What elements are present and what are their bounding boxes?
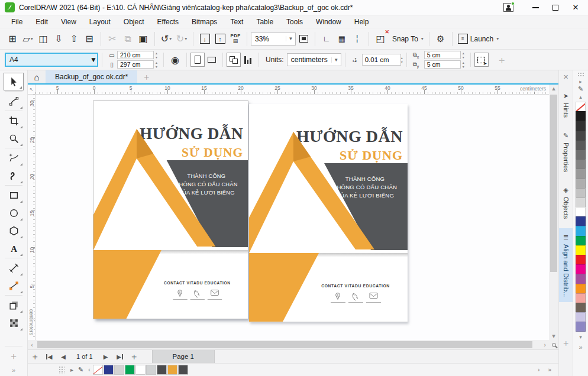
color-swatch[interactable]: [576, 131, 586, 140]
save-button[interactable]: ◫: [35, 31, 51, 47]
zoom-tool[interactable]: [4, 129, 24, 147]
launch-dropdown[interactable]: ≡ Launch▾: [456, 31, 500, 47]
guidelines-toggle-button[interactable]: ╎: [350, 31, 365, 47]
color-swatch[interactable]: [576, 111, 586, 121]
color-palette-flyout-arrow[interactable]: ▸: [579, 77, 582, 85]
first-page-button[interactable]: ◀: [42, 350, 56, 363]
pick-tool[interactable]: [4, 73, 24, 90]
download-button[interactable]: ⇩: [51, 31, 66, 47]
snap-off-button[interactable]: ◰✕: [373, 31, 388, 47]
color-swatch[interactable]: [576, 274, 586, 283]
color-swatch[interactable]: [576, 284, 586, 293]
doc-color-swatch[interactable]: [104, 365, 114, 375]
palette-scroll-right[interactable]: ›: [535, 367, 542, 373]
duplicate-y-spinner[interactable]: ▴▾: [463, 61, 464, 69]
color-swatch[interactable]: [576, 322, 586, 331]
quote-line2[interactable]: KHÔNG CÓ DẤU CHÂN: [175, 181, 238, 187]
menu-file[interactable]: File: [5, 17, 29, 27]
doc-color-swatch[interactable]: [135, 365, 146, 375]
fullscreen-preview-button[interactable]: [296, 31, 311, 47]
page-size-combo[interactable]: A4 ▼: [5, 53, 98, 67]
doc-no-color-swatch[interactable]: [93, 365, 103, 375]
customize-toolbox-plus[interactable]: ＋: [9, 351, 18, 363]
hscroll-track[interactable]: [36, 340, 541, 349]
undo-button[interactable]: ↺▾: [159, 31, 174, 47]
quote-line3[interactable]: CỦA KẺ LƯỜI BIẾNG: [178, 189, 235, 196]
duplicate-y-field[interactable]: 5 cm: [424, 60, 461, 69]
options-gear-button[interactable]: ⚙: [433, 31, 448, 47]
shape-tool[interactable]: [4, 92, 24, 110]
nudge-spinner[interactable]: ▴▾: [401, 56, 403, 64]
customize-propbar-plus[interactable]: ＋: [497, 53, 507, 67]
menu-text[interactable]: Text: [224, 17, 250, 27]
cut-button[interactable]: ✂: [105, 31, 120, 47]
polygon-tool[interactable]: [4, 222, 24, 239]
palette-flyout-arrow[interactable]: ▸: [68, 367, 76, 373]
color-palette-grip[interactable]: [577, 72, 584, 76]
doc-color-swatch[interactable]: [125, 365, 135, 375]
upload-button[interactable]: ⇧: [66, 31, 82, 47]
drawing-canvas[interactable]: HƯỚNG DẪN SỬ DỤNG THÀNH CÔNG KHÔNG CÓ DẤ…: [35, 95, 549, 340]
color-swatch[interactable]: [576, 207, 586, 216]
color-swatch[interactable]: [576, 168, 586, 178]
duplicate-x-field[interactable]: 5 cm: [424, 51, 461, 59]
quote-line2[interactable]: KHÔNG CÓ DẤU CHÂN: [333, 184, 397, 190]
nudge-distance-field[interactable]: 0.01 cm: [362, 54, 401, 66]
menu-layout[interactable]: Layout: [83, 17, 117, 27]
paste-button[interactable]: ▣: [135, 31, 151, 47]
page-height-spinner[interactable]: ▴▾: [156, 61, 157, 69]
doc-color-swatch[interactable]: [157, 365, 167, 375]
page-width-field[interactable]: 210 cm: [117, 51, 154, 59]
color-swatch[interactable]: [576, 293, 586, 303]
add-docker-button[interactable]: ＋: [561, 338, 570, 349]
palette-drag-grip[interactable]: [59, 366, 64, 374]
units-combo-arrow[interactable]: ▼: [331, 57, 341, 63]
page-tab[interactable]: Page 1: [152, 350, 215, 363]
menu-edit[interactable]: Edit: [29, 17, 54, 27]
docker-close-icon[interactable]: ✕: [559, 70, 573, 83]
crop-tool[interactable]: [4, 112, 24, 129]
portrait-orientation-button[interactable]: [190, 53, 205, 67]
page-width-spinner[interactable]: ▴▾: [156, 51, 157, 59]
menu-table[interactable]: Table: [250, 17, 280, 27]
ruler-origin-button[interactable]: ↖: [28, 85, 35, 95]
color-swatch[interactable]: [576, 179, 586, 188]
color-swatch[interactable]: [576, 236, 586, 245]
scroll-right-arrow[interactable]: ›: [541, 341, 549, 348]
page-size-arrow[interactable]: ▼: [90, 56, 97, 64]
all-pages-button[interactable]: [227, 53, 241, 67]
new-document-tab-button[interactable]: ＋: [137, 70, 155, 83]
vscroll-thumb[interactable]: [550, 95, 557, 272]
quote-line3[interactable]: CỦA KẺ LƯỜI BIẾNG: [336, 192, 394, 199]
close-button[interactable]: ✕: [567, 1, 584, 14]
toolbox-overflow-button[interactable]: »: [12, 367, 15, 374]
zoom-combo-arrow[interactable]: ▼: [286, 36, 295, 41]
color-swatch[interactable]: [576, 159, 586, 168]
add-page-button[interactable]: ＋: [28, 350, 42, 363]
document-tab-active[interactable]: Backup_of_goc ok.cdr*: [46, 70, 137, 83]
vertical-ruler[interactable]: 30252015105centimeters: [28, 95, 35, 340]
doc-color-swatch[interactable]: [167, 365, 177, 375]
docker-tab-properties[interactable]: ✎Properties: [559, 127, 573, 177]
menu-bitmaps[interactable]: Bitmaps: [185, 17, 224, 27]
minimize-button[interactable]: [526, 1, 544, 14]
navigator-zoom-button[interactable]: [549, 340, 558, 349]
quote-line1[interactable]: THÀNH CÔNG: [345, 176, 385, 182]
color-swatch[interactable]: [576, 121, 586, 130]
text-tool[interactable]: A: [4, 239, 24, 257]
doc-color-swatch[interactable]: [178, 365, 188, 375]
treat-as-filled-button[interactable]: [474, 53, 489, 67]
design-title-line2[interactable]: SỬ DỤNG: [340, 148, 403, 163]
horizontal-ruler[interactable]: 50510152025303540455055centimeters: [35, 85, 549, 95]
copy-button[interactable]: ⧉: [120, 31, 135, 47]
dimension-tool[interactable]: [4, 259, 24, 277]
color-swatch[interactable]: [576, 245, 586, 255]
color-swatch[interactable]: [576, 226, 586, 235]
last-page-button[interactable]: ▶: [113, 350, 127, 363]
folder-design-on-page[interactable]: HƯỚNG DẪN SỬ DỤNG THÀNH CÔNG KHÔNG CÓ DẤ…: [93, 101, 248, 319]
vertical-scrollbar[interactable]: ▴ ▾: [549, 85, 558, 349]
import-button[interactable]: ↓: [197, 31, 212, 47]
zoom-level-combo[interactable]: 33% ▼: [251, 33, 296, 46]
no-color-swatch[interactable]: [576, 102, 586, 111]
transparency-tool[interactable]: [4, 314, 24, 332]
